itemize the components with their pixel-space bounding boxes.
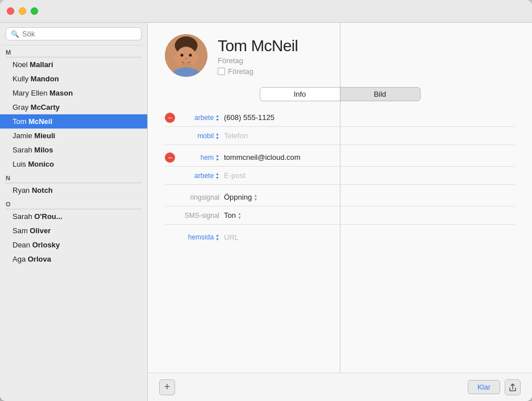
field-value-url-placeholder[interactable]: URL [224, 233, 515, 242]
remove-email-home-button[interactable]: − [165, 152, 175, 163]
contact-item[interactable]: Luis Monico [0, 157, 147, 171]
field-row-sms: SMS-signal Ton ▲▼ [165, 206, 515, 225]
field-label-arbete-1[interactable]: arbete ▲▼ [180, 114, 219, 122]
share-button[interactable] [505, 379, 521, 395]
chevron-updown-icon: ▲▼ [215, 154, 219, 162]
search-icon: 🔍 [11, 30, 19, 38]
segment-bild-button[interactable]: Bild [340, 88, 420, 101]
company-checkbox-label: Företag [228, 67, 253, 76]
field-label-hemsida[interactable]: hemsida ▲▼ [180, 233, 219, 241]
field-label-sms: SMS-signal [180, 212, 219, 220]
section-header-n: N [0, 171, 147, 183]
contact-item[interactable]: Noel Mallari [0, 57, 147, 72]
field-value-email-home[interactable]: tommcneil@icloud.com [224, 153, 515, 162]
ringsignal-chevron-icon: ▲▼ [253, 193, 257, 201]
contact-item[interactable]: Jamie Mieuli [0, 129, 147, 143]
detail-panel: Tom McNeil Företag Företag Info Bild [148, 23, 532, 401]
svg-point-5 [185, 58, 188, 60]
field-value-sms[interactable]: Ton ▲▼ [224, 211, 242, 220]
titlebar [0, 0, 532, 23]
contact-item[interactable]: Gray McCarty [0, 100, 147, 114]
field-row-ringsignal: ringsignal Öppning ▲▼ [165, 188, 515, 206]
share-icon [509, 383, 517, 391]
traffic-lights [7, 7, 38, 15]
add-field-button[interactable]: + [159, 379, 175, 395]
field-value-phone-mobile-placeholder[interactable]: Telefon [224, 131, 515, 140]
close-button[interactable] [7, 7, 14, 15]
sms-chevron-icon: ▲▼ [238, 212, 242, 220]
company-checkbox[interactable] [218, 68, 225, 75]
contact-item[interactable]: Kully Mandon [0, 72, 147, 86]
field-label-arbete-2[interactable]: arbete ▲▼ [180, 172, 219, 180]
section-header-o: O [0, 197, 147, 209]
company-placeholder: Företag [218, 56, 298, 65]
svg-point-3 [181, 54, 184, 57]
contact-item[interactable]: Sarah O'Rou... [0, 209, 147, 224]
contact-item[interactable]: Aga Orlova [0, 252, 147, 266]
field-label-mobil[interactable]: mobil ▲▼ [180, 132, 219, 140]
field-row-phone-work: − arbete ▲▼ (608) 555-1125 [165, 109, 515, 127]
field-value-ringsignal[interactable]: Öppning ▲▼ [224, 193, 257, 201]
contact-item[interactable]: Sam Oliver [0, 224, 147, 238]
chevron-updown-icon: ▲▼ [215, 114, 219, 122]
main-window: 🔍 M Noel Mallari Kully Mandon Mary Ellen… [0, 0, 532, 401]
field-value-email-work-placeholder[interactable]: E-post [224, 171, 515, 180]
klar-button[interactable]: Klar [468, 380, 500, 394]
sidebar: 🔍 M Noel Mallari Kully Mandon Mary Ellen… [0, 23, 148, 401]
remove-phone-work-button[interactable]: − [165, 113, 175, 123]
contact-info-header: Tom McNeil Företag Företag [218, 34, 298, 76]
bottom-right-buttons: Klar [468, 379, 521, 395]
contact-item[interactable]: Ryan Notch [0, 183, 147, 197]
svg-point-8 [194, 55, 199, 61]
search-wrapper[interactable]: 🔍 [6, 27, 142, 40]
field-row-phone-mobile: mobil ▲▼ Telefon [165, 127, 515, 145]
search-input[interactable] [22, 30, 136, 38]
hemsida-chevron-icon: ▲▼ [215, 233, 219, 241]
segment-info-button[interactable]: Info [260, 88, 340, 101]
contact-name: Tom McNeil [218, 37, 298, 55]
detail-header: Tom McNeil Företag Företag [148, 23, 532, 82]
field-row-email-home: − hem ▲▼ tommcneil@icloud.com [165, 148, 515, 167]
company-checkbox-row: Företag [218, 67, 298, 76]
section-header-m: M [0, 46, 147, 57]
contact-item-mary-ellen-mason[interactable]: Mary Ellen Mason [0, 86, 147, 100]
segment-control-wrapper: Info Bild [165, 87, 515, 101]
minimize-button[interactable] [19, 7, 26, 15]
field-row-url: hemsida ▲▼ URL [165, 228, 515, 246]
field-label-hem[interactable]: hem ▲▼ [180, 154, 219, 162]
contact-item[interactable]: Sarah Milos [0, 143, 147, 157]
maximize-button[interactable] [31, 7, 38, 15]
field-label-ringsignal: ringsignal [180, 193, 219, 201]
chevron-updown-icon: ▲▼ [215, 172, 219, 180]
contact-item-tom-mcneil[interactable]: Tom McNeil [0, 114, 147, 129]
search-bar: 🔍 [0, 23, 147, 46]
content-area: 🔍 M Noel Mallari Kully Mandon Mary Ellen… [0, 23, 532, 401]
svg-point-4 [189, 54, 192, 57]
bottom-bar: + Klar [148, 373, 532, 401]
avatar [165, 34, 207, 77]
field-value-phone-work[interactable]: (608) 555-1125 [224, 113, 515, 122]
svg-point-7 [173, 55, 178, 61]
chevron-updown-icon: ▲▼ [215, 132, 219, 140]
field-row-email-work: arbete ▲▼ E-post [165, 167, 515, 185]
contact-item[interactable]: Dean Orlosky [0, 238, 147, 252]
contacts-list: M Noel Mallari Kully Mandon Mary Ellen M… [0, 46, 147, 401]
segment-control: Info Bild [260, 87, 421, 101]
fields-area: − arbete ▲▼ (608) 555-1125 mobil ▲▼ Tele… [148, 106, 532, 373]
